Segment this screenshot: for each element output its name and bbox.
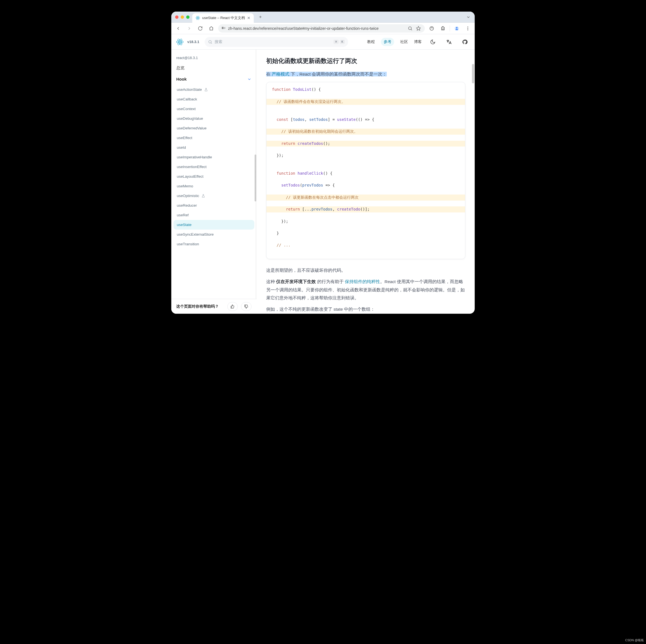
feedback-question: 这个页面对你有帮助吗？: [176, 304, 219, 309]
home-button[interactable]: [207, 24, 215, 32]
sidebar-item-useactionstate[interactable]: useActionState: [174, 85, 254, 94]
nav-tutorial[interactable]: 教程: [367, 39, 375, 44]
search-icon: [208, 40, 212, 44]
sidebar-item-usesyncexternalstore[interactable]: useSyncExternalStore: [174, 229, 254, 239]
back-button[interactable]: [174, 24, 182, 32]
thumbs-up-button[interactable]: [227, 302, 238, 311]
profile-avatar-icon[interactable]: [453, 24, 461, 32]
site-info-icon[interactable]: [221, 26, 226, 30]
forward-button[interactable]: [185, 24, 193, 32]
url-text: zh-hans.react.dev/reference/react/useSta…: [228, 26, 405, 31]
bookmark-icon[interactable]: [415, 24, 422, 32]
sidebar-item-usedeferredvalue[interactable]: useDeferredValue: [174, 123, 254, 133]
reload-button[interactable]: [196, 24, 204, 32]
svg-point-14: [467, 29, 468, 30]
primary-nav: 教程 参考 社区 博客: [367, 37, 470, 47]
sidebar-item-useimperativehandle[interactable]: useImperativeHandle: [174, 152, 254, 162]
version-label[interactable]: v18.3.1: [187, 40, 199, 44]
nav-reference[interactable]: 参考: [381, 38, 394, 46]
browser-toolbar: zh-hans.react.dev/reference/react/useSta…: [171, 23, 475, 34]
sidebar-item-label: useOptimistic: [177, 194, 199, 198]
sidebar-item-label: useTransition: [177, 242, 199, 246]
sidebar-item-label: useContext: [177, 107, 196, 111]
sidebar-package[interactable]: react@18.3.1: [174, 53, 254, 63]
sidebar-item-label: useImperativeHandle: [177, 155, 212, 159]
sidebar[interactable]: react@18.3.1 总览 Hook useActionStateuseCa…: [171, 50, 257, 314]
sidebar-item-usereducer[interactable]: useReducer: [174, 201, 254, 210]
flask-icon: [201, 194, 205, 198]
thumbs-down-button[interactable]: [241, 302, 251, 311]
svg-point-15: [179, 41, 181, 42]
sidebar-item-label: useLayoutEffect: [177, 174, 204, 179]
sidebar-item-usestate[interactable]: useState: [174, 220, 254, 229]
sidebar-overview[interactable]: 总览: [174, 63, 254, 73]
extensions-menu-icon-2[interactable]: [439, 24, 447, 32]
sidebar-item-label: useEffect: [177, 136, 192, 140]
nav-community[interactable]: 社区: [400, 39, 408, 44]
address-bar[interactable]: zh-hans.react.dev/reference/react/useSta…: [218, 24, 425, 32]
sidebar-item-usememo[interactable]: useMemo: [174, 181, 254, 191]
search-kbd: ⌘ K: [333, 40, 345, 44]
flask-icon: [204, 88, 208, 92]
sidebar-item-useoptimistic[interactable]: useOptimistic: [174, 191, 254, 201]
sidebar-item-label: useMemo: [177, 184, 193, 188]
chevron-down-icon: [247, 77, 251, 81]
sidebar-item-label: useReducer: [177, 203, 197, 207]
translate-icon[interactable]: [444, 37, 454, 47]
page-body: react@18.3.1 总览 Hook useActionStateuseCa…: [171, 50, 475, 314]
sidebar-item-usecallback[interactable]: useCallback: [174, 94, 254, 104]
sidebar-item-usecontext[interactable]: useContext: [174, 104, 254, 114]
svg-rect-4: [222, 27, 223, 27]
sidebar-item-useref[interactable]: useRef: [174, 210, 254, 220]
svg-point-11: [456, 27, 457, 28]
sidebar-item-usetransition[interactable]: useTransition: [174, 239, 254, 249]
sidebar-item-label: useDebugValue: [177, 116, 203, 120]
theme-toggle-icon[interactable]: [428, 37, 438, 47]
extensions-menu-icon-1[interactable]: [428, 24, 436, 32]
sidebar-group-hook[interactable]: Hook: [174, 73, 254, 85]
sidebar-item-useinsertioneffect[interactable]: useInsertionEffect: [174, 162, 254, 172]
sidebar-item-uselayouteffect[interactable]: useLayoutEffect: [174, 172, 254, 181]
pure-components-link[interactable]: 保持组件的纯粹性: [345, 279, 380, 284]
minimize-window[interactable]: [181, 15, 184, 19]
nav-blog[interactable]: 博客: [414, 39, 422, 44]
browser-menu-icon[interactable]: [464, 24, 472, 32]
browser-tab[interactable]: useState – React 中文文档 ✕: [192, 13, 254, 23]
close-window[interactable]: [175, 15, 179, 19]
sidebar-item-usedebugvalue[interactable]: useDebugValue: [174, 114, 254, 123]
sidebar-item-label: useInsertionEffect: [177, 165, 207, 169]
close-tab-icon[interactable]: ✕: [247, 16, 250, 20]
code-block-1: function TodoList() { // 该函数组件会在每次渲染运行两次…: [266, 82, 465, 259]
github-icon[interactable]: [460, 37, 470, 47]
svg-point-19: [209, 40, 211, 43]
main-content[interactable]: 初始化函数或更新函数运行了两次 在 严格模式 下，React 会调用你的某些函数…: [257, 50, 475, 314]
sidebar-item-label: useId: [177, 146, 186, 150]
sidebar-scrollbar[interactable]: [254, 155, 256, 201]
sidebar-item-label: useActionState: [177, 87, 202, 92]
paragraph-expected: 这是所期望的，且不应该破坏你的代码。: [266, 266, 465, 274]
svg-line-20: [211, 42, 212, 43]
svg-marker-8: [417, 26, 421, 30]
strict-mode-link[interactable]: 严格模式: [272, 72, 289, 76]
react-logo-icon[interactable]: [176, 38, 184, 45]
zoom-icon[interactable]: [407, 24, 413, 32]
tabs-dropdown-icon[interactable]: [465, 13, 472, 21]
window-controls: [175, 15, 190, 19]
sidebar-item-label: useState: [177, 223, 192, 227]
site-header: v18.3.1 搜索 ⌘ K 教程 参考 社区 博客: [171, 34, 475, 50]
react-favicon-icon: [196, 16, 200, 20]
maximize-window[interactable]: [186, 15, 190, 19]
paragraph-example-intro: 例如，这个不纯的更新函数改变了 state 中的一个数组：: [266, 305, 465, 313]
svg-point-12: [467, 26, 468, 27]
tab-title: useState – React 中文文档: [202, 15, 245, 20]
browser-tab-strip: useState – React 中文文档 ✕ ＋: [171, 12, 475, 23]
svg-point-9: [430, 26, 434, 30]
sidebar-item-label: useDeferredValue: [177, 126, 207, 130]
svg-point-13: [467, 28, 468, 29]
search-input[interactable]: 搜索 ⌘ K: [205, 37, 348, 47]
sidebar-item-useid[interactable]: useId: [174, 143, 254, 152]
window-scrollbar[interactable]: [472, 64, 474, 83]
new-tab-button[interactable]: ＋: [256, 13, 264, 21]
sidebar-item-useeffect[interactable]: useEffect: [174, 133, 254, 143]
sidebar-item-label: useRef: [177, 213, 189, 217]
